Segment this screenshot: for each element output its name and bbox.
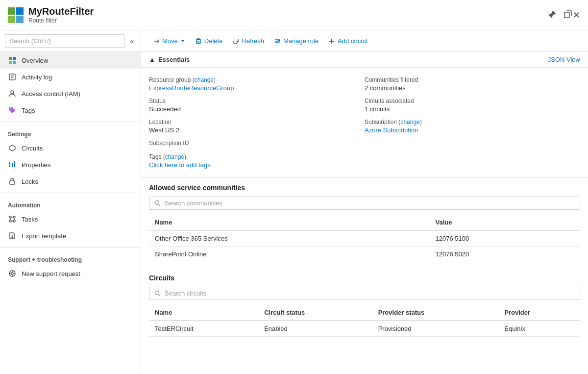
resource-group-label: Resource group (change): [149, 76, 365, 83]
essentials-grid: Resource group (change) ExpressRouteReso…: [141, 68, 588, 178]
communities-search-input[interactable]: [165, 199, 575, 207]
community-name: Other Office 365 Services: [149, 230, 430, 247]
svg-point-13: [10, 108, 11, 109]
delete-button[interactable]: Delete: [191, 35, 227, 47]
search-input[interactable]: [5, 34, 125, 48]
pin-button[interactable]: [547, 9, 557, 21]
overview-icon: [8, 56, 17, 65]
new-support-label: New support request: [22, 270, 80, 277]
svg-point-42: [278, 40, 280, 42]
overview-label: Overview: [22, 57, 48, 64]
add-circuit-button[interactable]: Add circuit: [324, 35, 371, 47]
sidebar-item-activity-log[interactable]: Activity log: [0, 69, 141, 85]
tags-label: Tags: [22, 107, 35, 114]
main-layout: « Overview Activity log Access control (…: [0, 30, 588, 374]
sidebar-item-tasks[interactable]: Tasks: [0, 211, 141, 227]
community-value: 12076:5020: [430, 247, 580, 262]
circuits-icon: [8, 144, 17, 152]
subscription-value[interactable]: Azure Subscription: [365, 126, 418, 134]
sidebar-item-access-control[interactable]: Access control (IAM): [0, 85, 141, 102]
communities-section-title: Allowed service communities: [149, 184, 580, 192]
svg-point-12: [11, 91, 14, 94]
manage-rule-button[interactable]: Manage rule: [270, 35, 322, 47]
sidebar-item-locks[interactable]: Locks: [0, 173, 141, 190]
resource-group-value[interactable]: ExpressRouteResourceGroup: [149, 84, 234, 92]
svg-point-19: [9, 216, 11, 218]
svg-rect-7: [9, 61, 12, 64]
svg-point-47: [155, 291, 159, 295]
communities-value: 2 communities: [365, 84, 580, 92]
app-logo: [8, 7, 24, 23]
properties-icon: [8, 160, 17, 169]
subscription-change[interactable]: change: [400, 119, 419, 125]
circuits-col-provider: Provider: [498, 305, 580, 321]
sidebar-item-properties[interactable]: Properties: [0, 156, 141, 173]
svg-point-22: [13, 220, 15, 222]
refresh-button[interactable]: Refresh: [228, 35, 268, 47]
subscription-id-label: Subscription ID: [149, 140, 365, 147]
communities-item: Communities filtered 2 communities: [365, 74, 580, 95]
json-view-link[interactable]: JSON View: [548, 56, 580, 63]
collapse-button[interactable]: «: [128, 36, 136, 46]
circuits-label: Circuits: [22, 145, 43, 152]
essentials-header: ▲ Essentials JSON View: [141, 52, 588, 68]
toolbar: Move Delete Refresh Manage rule Add circ…: [141, 30, 588, 52]
subscription-id-item: Subscription ID: [149, 137, 365, 150]
resource-group-change[interactable]: change: [195, 76, 214, 83]
status-value: Succeeded: [149, 105, 365, 113]
sidebar-item-export-template[interactable]: Export template: [0, 227, 141, 244]
access-control-icon: [8, 89, 17, 98]
settings-section-label: Settings: [0, 125, 141, 140]
table-row: SharePoint Online12076:5020: [149, 247, 580, 262]
svg-rect-15: [9, 162, 10, 167]
svg-rect-0: [8, 7, 15, 15]
communities-label: Communities filtered: [365, 76, 580, 83]
svg-rect-6: [13, 57, 16, 60]
svg-rect-18: [10, 181, 15, 184]
tasks-label: Tasks: [22, 216, 38, 223]
app-header: MyRouteFilter Route filter ✕: [0, 0, 588, 30]
tags-value[interactable]: Click here to add tags: [149, 161, 211, 169]
table-row: TestERCircuitEnabledProvisionedEquinix: [149, 321, 580, 337]
svg-rect-1: [16, 7, 24, 15]
activity-log-label: Activity log: [22, 74, 52, 81]
communities-section: Allowed service communities Name Value O…: [141, 178, 588, 268]
community-name: SharePoint Online: [149, 247, 430, 262]
circuits-search-box: [149, 287, 580, 300]
search-box: «: [0, 30, 141, 52]
sidebar-item-new-support[interactable]: New support request: [0, 265, 141, 282]
svg-point-20: [13, 216, 15, 218]
circuits-col-name: Name: [149, 305, 258, 321]
circuits-search-input[interactable]: [165, 290, 575, 297]
svg-marker-35: [181, 40, 184, 42]
circuits-assoc-value: 1 circuits: [365, 105, 580, 113]
tags-change[interactable]: change: [165, 153, 184, 160]
page-title: MyRouteFilter: [28, 6, 542, 17]
tasks-icon: [8, 215, 17, 224]
clone-button[interactable]: [563, 9, 573, 21]
close-button[interactable]: ✕: [573, 10, 580, 21]
svg-point-21: [9, 220, 11, 222]
sidebar: « Overview Activity log Access control (…: [0, 30, 141, 374]
svg-rect-3: [16, 16, 24, 23]
move-button[interactable]: Move: [149, 35, 189, 47]
sidebar-item-tags[interactable]: Tags: [0, 102, 141, 119]
circuits-section: Circuits Name Circuit status Provider st…: [141, 268, 588, 343]
svg-line-46: [159, 204, 160, 206]
locks-icon: [8, 177, 17, 186]
tags-icon: [8, 106, 17, 115]
communities-search-box: [149, 197, 580, 210]
circuits-assoc-label: Circuits associated: [365, 98, 580, 104]
page-subtitle: Route filter: [28, 17, 542, 24]
svg-rect-9: [9, 74, 15, 80]
subscription-label: Subscription (change): [365, 119, 580, 125]
svg-rect-17: [14, 161, 15, 167]
support-icon: [8, 269, 17, 278]
sidebar-item-overview[interactable]: Overview: [0, 52, 141, 69]
title-block: MyRouteFilter Route filter: [28, 6, 542, 24]
svg-rect-8: [13, 61, 16, 64]
provider: Equinix: [498, 321, 580, 337]
sidebar-item-circuits[interactable]: Circuits: [0, 140, 141, 156]
circuit-name: TestERCircuit: [149, 321, 258, 337]
settings-divider: [0, 122, 141, 122]
